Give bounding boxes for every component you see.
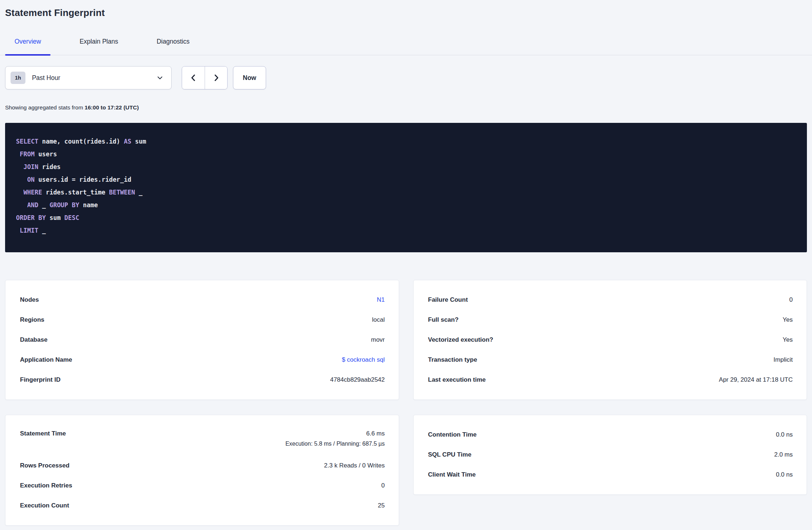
page-title: Statement Fingerprint [5,0,807,19]
stat-value-wrap: 0.0 ns [776,431,793,438]
stat-value: 0.0 ns [776,431,793,438]
stat-row: Rows Processed2.3 k Reads / 0 Writes [20,455,385,475]
sql-line: JOIN rides [16,161,796,173]
sql-text: users.id = rides.rider_id [35,176,131,183]
sql-text [16,150,20,158]
stat-value: 2.0 ms [774,451,793,458]
stat-value: local [372,316,385,324]
stat-value-wrap: movr [371,336,385,344]
sql-line: WHERE rides.start_time BETWEEN _ [16,186,796,199]
stat-row: Application Name$ cockroach sql [20,350,385,370]
stat-label: Failure Count [428,296,468,304]
sql-text: sum [46,214,64,221]
stat-label: Nodes [20,296,39,304]
stat-value-wrap: 0.0 ns [776,471,793,478]
stat-value-wrap: 25 [378,502,385,509]
previous-time-button[interactable] [182,67,205,89]
stat-row: Last execution timeApr 29, 2024 at 17:18… [428,370,793,390]
stat-row: Statement Time6.6 msExecution: 5.8 ms / … [20,425,385,455]
stat-label: SQL CPU Time [428,451,471,458]
sql-keyword: ORDER [16,214,35,221]
stat-row: Execution Retries0 [20,475,385,495]
stat-row: Databasemovr [20,330,385,350]
details-card: NodesN1RegionslocalDatabasemovrApplicati… [5,280,399,400]
sql-text: rides [38,163,60,170]
time-range-badge: 1h [11,72,25,84]
sql-text: users [35,150,57,158]
sql-line: ORDER BY sum DESC [16,212,796,224]
sql-line: LIMIT _ [16,224,796,237]
stat-value-wrap: 2.3 k Reads / 0 Writes [324,462,385,469]
sql-text: _ [135,189,142,196]
stat-value: Yes [783,316,793,324]
chevron-right-icon [212,74,220,82]
sql-text [16,176,27,183]
stat-value-link[interactable]: N1 [377,296,385,304]
stat-value-wrap: Implicit [773,356,793,364]
stat-value-link[interactable]: $ cockroach sql [342,356,385,364]
stats-cards: NodesN1RegionslocalDatabasemovrApplicati… [5,280,807,526]
sql-text: sum [131,138,146,145]
sql-code: SELECT name, count(rides.id) AS sum FROM… [16,135,796,237]
next-time-button[interactable] [205,67,227,89]
sql-text [16,227,20,234]
time-range-dropdown[interactable]: 1h Past Hour [5,66,172,89]
stat-label: Contention Time [428,431,477,438]
statement-fingerprint-page: Statement Fingerprint Overview Explain P… [0,0,812,526]
stat-row: SQL CPU Time2.0 ms [428,445,793,465]
stat-value: Implicit [773,356,793,364]
sql-keyword: BY [72,201,79,209]
stat-label: Execution Retries [20,482,72,489]
stat-label: Application Name [20,356,72,364]
sql-line: SELECT name, count(rides.id) AS sum [16,135,796,148]
sql-line: FROM users [16,148,796,161]
stat-label: Execution Count [20,502,69,509]
stat-value: 25 [378,502,385,509]
sql-keyword: ON [27,176,35,183]
stat-row: Regionslocal [20,310,385,330]
sql-text [16,201,27,209]
sql-text: rides.start_time [42,189,109,196]
sql-keyword: GROUP [49,201,68,209]
stat-label: Client Wait Time [428,471,476,478]
stat-value: 0 [381,482,385,489]
stat-label: Full scan? [428,316,459,324]
stat-value-wrap: local [372,316,385,324]
stat-label: Database [20,336,48,344]
sql-keyword: AND [27,201,39,209]
stat-value-wrap: 0 [381,482,385,489]
sql-text [35,214,38,221]
sql-keyword: AS [124,138,131,145]
stat-value-wrap: N1 [377,296,385,304]
chevron-left-icon [189,74,197,82]
stat-value: 6.6 ms [366,430,385,437]
sql-keyword: SELECT [16,138,38,145]
caption-range: 16:00 to 17:22 (UTC) [85,104,139,111]
stat-value-wrap: 0 [789,296,793,304]
statement-times-card: Statement Time6.6 msExecution: 5.8 ms / … [5,415,399,526]
sql-statement-box: SELECT name, count(rides.id) AS sum FROM… [5,123,807,252]
stat-value-wrap: Yes [783,336,793,344]
execution-attributes-card: Failure Count0Full scan?YesVectorized ex… [413,280,807,400]
now-button[interactable]: Now [233,66,266,89]
stat-row: Full scan?Yes [428,310,793,330]
sql-line: AND _ GROUP BY name [16,199,796,212]
sql-text [16,163,23,170]
stat-value: Yes [783,336,793,344]
stat-value: 0 [789,296,793,304]
sql-keyword: LIMIT [20,227,38,234]
sql-keyword: DESC [64,214,79,221]
stat-value: 4784cb829aab2542 [330,376,385,384]
tab-diagnostics[interactable]: Diagnostics [147,37,199,55]
stat-value: movr [371,336,385,344]
sql-keyword: BETWEEN [109,189,135,196]
stat-row: Client Wait Time0.0 ns [428,465,793,485]
tab-overview[interactable]: Overview [5,37,51,55]
chevron-down-icon [157,75,163,81]
tab-explain-plans[interactable]: Explain Plans [70,37,128,55]
sql-keyword: JOIN [23,163,38,170]
stat-label: Rows Processed [20,462,69,469]
sql-text: name [79,201,98,209]
stat-label: Fingerprint ID [20,376,60,384]
tab-label: Overview [15,38,41,45]
